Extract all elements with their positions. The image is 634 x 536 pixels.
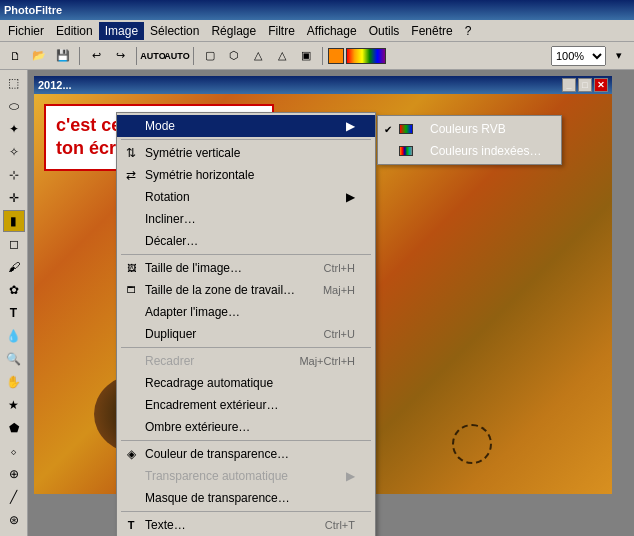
eyedrop-tool[interactable]: 💧 [3, 325, 25, 347]
menu-rotation[interactable]: Rotation ▶ [117, 186, 375, 208]
menu-edition[interactable]: Edition [50, 22, 99, 40]
color-tool[interactable] [328, 48, 344, 64]
menu-selection[interactable]: Sélection [144, 22, 205, 40]
tool3[interactable]: △ [247, 45, 269, 67]
sep-1 [121, 139, 371, 140]
open-button[interactable]: 📂 [28, 45, 50, 67]
dropdown-container: Mode ▶ ✔ Couleurs RVB [116, 112, 376, 536]
gradient-tool[interactable]: ⬦ [3, 440, 25, 462]
shape-tool[interactable]: ⬟ [3, 417, 25, 439]
auto-btn2[interactable]: AUTO [166, 45, 188, 67]
menu-image[interactable]: Image [99, 22, 144, 40]
recadrer-shortcut: Maj+Ctrl+H [299, 355, 355, 367]
save-button[interactable]: 💾 [52, 45, 74, 67]
menu-help[interactable]: ? [459, 22, 478, 40]
zoom-select[interactable]: 100% 50% 200% [551, 46, 606, 66]
sep-5 [121, 511, 371, 512]
airbrush-tool[interactable]: ✿ [3, 279, 25, 301]
app-title: PhotoFiltre [4, 4, 62, 16]
paint-tool[interactable]: ▮ [3, 210, 25, 232]
check-icon: ✔ [384, 124, 392, 135]
ombre-label: Ombre extérieure… [145, 420, 250, 434]
content-area: 2012... _ □ ✕ c'est ce que tu as sur ton… [28, 70, 634, 536]
texte-icon: T [121, 519, 141, 531]
clone-tool[interactable]: ⊕ [3, 463, 25, 485]
submenu-couleurs-rvb[interactable]: ✔ Couleurs RVB [378, 118, 561, 140]
crop-tool[interactable]: ⊹ [3, 164, 25, 186]
win-controls: _ □ ✕ [562, 78, 608, 92]
menu-recadrage-auto[interactable]: Recadrage automatique [117, 372, 375, 394]
toolbar-sep-2 [136, 47, 137, 65]
menu-adapter[interactable]: Adapter l'image… [117, 301, 375, 323]
redo-button[interactable]: ↪ [109, 45, 131, 67]
magnify-tool[interactable]: 🔍 [3, 348, 25, 370]
menu-fichier[interactable]: Fichier [2, 22, 50, 40]
eraser-tool[interactable]: ◻ [3, 233, 25, 255]
sep-2 [121, 254, 371, 255]
left-toolbar: ⬚ ⬭ ✦ ✧ ⊹ ✛ ▮ ◻ 🖌 ✿ T 💧 🔍 ✋ ★ ⬟ ⬦ ⊕ ╱ ⊛ [0, 70, 28, 536]
menu-outils[interactable]: Outils [363, 22, 406, 40]
star-tool[interactable]: ★ [3, 394, 25, 416]
menu-fenetre[interactable]: Fenêtre [405, 22, 458, 40]
menu-recadrer: Recadrer Maj+Ctrl+H [117, 350, 375, 372]
rotation-arrow-icon: ▶ [346, 190, 355, 204]
move-tool[interactable]: ✛ [3, 187, 25, 209]
texte-shortcut: Ctrl+T [325, 519, 355, 531]
extra-tool[interactable]: ⊛ [3, 509, 25, 531]
brush-tool[interactable]: 🖌 [3, 256, 25, 278]
tool2[interactable]: ⬡ [223, 45, 245, 67]
close-button[interactable]: ✕ [594, 78, 608, 92]
sep-4 [121, 440, 371, 441]
select-ellipse-tool[interactable]: ⬭ [3, 95, 25, 117]
menu-couleur-transp[interactable]: ◈ Couleur de transparence… [117, 443, 375, 465]
adapter-label: Adapter l'image… [145, 305, 240, 319]
menu-ombre[interactable]: Ombre extérieure… [117, 416, 375, 438]
mode-submenu: ✔ Couleurs RVB Couleurs indexées… [377, 115, 562, 165]
toolbar-sep-4 [322, 47, 323, 65]
texte-label: Texte… [145, 518, 186, 532]
menu-taille-image[interactable]: 🖼 Taille de l'image… Ctrl+H [117, 257, 375, 279]
title-bar: PhotoFiltre [0, 0, 634, 20]
zoom-dropdown[interactable]: ▾ [608, 45, 630, 67]
mode-arrow-icon: ▶ [346, 119, 355, 133]
menu-incliner[interactable]: Incliner… [117, 208, 375, 230]
symetrie-v-label: Symétrie verticale [145, 146, 240, 160]
tool5[interactable]: ▣ [295, 45, 317, 67]
menu-symetrie-v[interactable]: ⇅ Symétrie verticale [117, 142, 375, 164]
line-tool[interactable]: ╱ [3, 486, 25, 508]
auto-btn[interactable]: AUTO [142, 45, 164, 67]
text-tool[interactable]: T [3, 302, 25, 324]
menu-decaler[interactable]: Décaler… [117, 230, 375, 252]
taille-image-icon: 🖼 [121, 263, 141, 273]
tool4[interactable]: △ [271, 45, 293, 67]
menu-taille-zone[interactable]: 🗔 Taille de la zone de travail… Maj+H [117, 279, 375, 301]
select-rect-tool[interactable]: ⬚ [3, 72, 25, 94]
recadrage-auto-label: Recadrage automatique [145, 376, 273, 390]
menu-mode[interactable]: Mode ▶ ✔ Couleurs RVB [117, 115, 375, 137]
undo-button[interactable]: ↩ [85, 45, 107, 67]
new-button[interactable]: 🗋 [4, 45, 26, 67]
hand-tool[interactable]: ✋ [3, 371, 25, 393]
menu-dupliquer[interactable]: Dupliquer Ctrl+U [117, 323, 375, 345]
submenu-couleurs-indexed[interactable]: Couleurs indexées… [378, 140, 561, 162]
menu-affichage[interactable]: Affichage [301, 22, 363, 40]
symetrie-h-label: Symétrie horizontale [145, 168, 254, 182]
maximize-button[interactable]: □ [578, 78, 592, 92]
menu-reglage[interactable]: Réglage [205, 22, 262, 40]
transp-auto-label: Transparence automatique [145, 469, 288, 483]
taille-image-label: Taille de l'image… [145, 261, 242, 275]
menu-symetrie-h[interactable]: ⇄ Symétrie horizontale [117, 164, 375, 186]
menu-filtre[interactable]: Filtre [262, 22, 301, 40]
dupliquer-label: Dupliquer [145, 327, 196, 341]
lasso-tool[interactable]: ✦ [3, 118, 25, 140]
indexed-label: Couleurs indexées… [430, 144, 541, 158]
color-tool2[interactable] [346, 48, 386, 64]
wand-tool[interactable]: ✧ [3, 141, 25, 163]
toolbar-sep-3 [193, 47, 194, 65]
minimize-button[interactable]: _ [562, 78, 576, 92]
menu-encadrement[interactable]: Encadrement extérieur… [117, 394, 375, 416]
menu-masque-transp[interactable]: Masque de transparence… [117, 487, 375, 509]
menu-texte[interactable]: T Texte… Ctrl+T [117, 514, 375, 536]
tool1[interactable]: ▢ [199, 45, 221, 67]
sep-3 [121, 347, 371, 348]
